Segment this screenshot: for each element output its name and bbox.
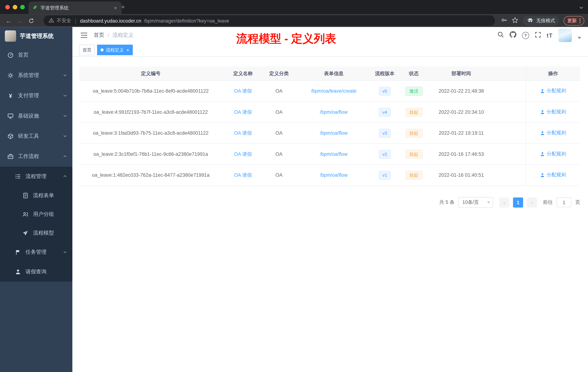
help-icon[interactable]: ?: [522, 32, 529, 39]
col-header-spacer: [491, 66, 526, 80]
browser-tab[interactable]: 芋道管理系统 ×: [29, 1, 122, 14]
sidebar-item-process-mgmt[interactable]: 流程管理: [0, 167, 72, 186]
workflow-submenu: 流程管理 流程表单 用户分组 流程模型 任务管理: [0, 167, 72, 282]
sidebar-item-home[interactable]: 首页: [0, 45, 72, 65]
cell-deploy-time: 2022-01-16 01:40:51: [431, 164, 491, 186]
form-link[interactable]: /bpm/oa/flow: [320, 172, 348, 178]
cell-actions: 分配规则: [526, 144, 580, 165]
goto-page-input[interactable]: [556, 197, 572, 207]
form-link[interactable]: /bpm/oa/flow: [320, 109, 348, 115]
cell-name: OA 请假: [222, 101, 264, 123]
sidebar-logo[interactable]: 芋道管理系统: [0, 27, 72, 45]
next-page-button[interactable]: ›: [527, 197, 537, 208]
cube-icon: [8, 133, 13, 139]
back-button[interactable]: ←: [4, 16, 14, 26]
definition-name-link[interactable]: OA 请假: [234, 172, 252, 178]
assign-rule-button[interactable]: 分配规则: [540, 109, 566, 115]
cell-form: /bpm/oa/flow: [294, 144, 373, 165]
cell-version: v3: [373, 122, 396, 144]
sidebar-item-leave-query[interactable]: 请假查询: [0, 262, 72, 282]
col-header-form: 表单信息: [294, 66, 373, 80]
avatar[interactable]: [558, 29, 572, 42]
bookmark-star-icon[interactable]: [512, 17, 518, 25]
password-key-icon[interactable]: [501, 17, 507, 25]
zoom-window-button[interactable]: [20, 5, 25, 10]
tab-close-icon[interactable]: ×: [113, 5, 118, 11]
cell-name: OA 请假: [222, 164, 264, 186]
github-icon[interactable]: [510, 31, 516, 39]
cell-actions: 分配规则: [526, 122, 580, 144]
browser-menu-kebab-icon[interactable]: [579, 18, 580, 23]
new-tab-button[interactable]: +: [118, 2, 128, 12]
fullscreen-icon[interactable]: [535, 31, 541, 39]
sidebar-item-label: 流程表单: [33, 192, 54, 199]
minimize-window-button[interactable]: [13, 5, 17, 10]
table-row: oa_leave:4:991f2193-7b7f-11ec-a3c8-acde4…: [79, 101, 580, 123]
prev-page-button[interactable]: ‹: [499, 197, 509, 208]
gear-icon: [8, 72, 13, 78]
address-bar[interactable]: 不安全 | dashboard.yudao.iocoder.cn/bpm/man…: [43, 15, 495, 26]
person-icon: [540, 131, 545, 135]
font-size-icon[interactable]: tT: [547, 32, 553, 38]
list-icon: [15, 174, 21, 179]
assign-rule-button[interactable]: 分配规则: [540, 151, 566, 157]
sidebar-item-label: 请假查询: [25, 268, 47, 275]
tag-close-icon[interactable]: ×: [126, 47, 129, 52]
sidebar-item-user-group[interactable]: 用户分组: [0, 205, 72, 224]
tag-home[interactable]: 首页: [79, 44, 95, 55]
reload-button[interactable]: [26, 16, 36, 26]
definition-name-link[interactable]: OA 请假: [234, 88, 252, 94]
assign-rule-button[interactable]: 分配规则: [540, 172, 566, 178]
version-badge: v5: [378, 87, 391, 96]
url-host[interactable]: dashboard.yudao.iocoder.cn: [80, 18, 141, 23]
cell-name: OA 请假: [222, 144, 264, 165]
assign-rule-button[interactable]: 分配规则: [540, 130, 566, 136]
definition-name-link[interactable]: OA 请假: [234, 130, 252, 136]
status-badge: 挂起: [405, 108, 422, 117]
security-label[interactable]: 不安全: [57, 17, 71, 24]
form-link[interactable]: /bpm/oa/flow: [320, 130, 348, 136]
app-navbar: 首页 / 流程定义 ? tT: [72, 27, 588, 44]
sidebar-fold-icon[interactable]: [75, 32, 93, 39]
sidebar-item-process-model[interactable]: 流程模型: [0, 224, 72, 242]
update-button[interactable]: 更新: [564, 16, 584, 25]
cell-id: oa_leave:4:991f2193-7b7f-11ec-a3c8-acde4…: [79, 101, 222, 123]
sidebar-item-label: 任务管理: [25, 249, 47, 255]
form-link[interactable]: /bpm/oa/flow: [320, 151, 348, 157]
breadcrumb-home[interactable]: 首页: [94, 32, 104, 39]
page-size-select[interactable]: 10条/页: [458, 197, 493, 208]
table-row: oa_leave:5:004b710b-7b8a-11ec-8ef0-acde4…: [79, 80, 580, 101]
url-path[interactable]: /bpm/manager/definition?key=oa_leave: [144, 18, 229, 23]
tab-search-caret-icon[interactable]: [579, 5, 584, 12]
sidebar-item-process-form[interactable]: 流程表单: [0, 186, 72, 205]
chevron-down-icon: [63, 249, 67, 255]
forward-button[interactable]: →: [15, 16, 25, 26]
users-icon: [22, 211, 29, 217]
tag-process-definition[interactable]: 流程定义 ×: [97, 44, 133, 55]
form-link[interactable]: /bpm/oa/leave/create: [311, 88, 356, 94]
sidebar-item-payment[interactable]: ¥ 支付管理: [0, 86, 72, 106]
search-icon[interactable]: [497, 31, 504, 39]
assign-rule-button[interactable]: 分配规则: [540, 88, 566, 94]
chevron-up-icon: [63, 153, 67, 160]
update-label: 更新: [567, 17, 577, 24]
sidebar-item-task-mgmt[interactable]: 任务管理: [0, 242, 72, 262]
definition-name-link[interactable]: OA 请假: [234, 109, 252, 115]
close-window-button[interactable]: [5, 5, 10, 10]
sidebar-item-devtools[interactable]: 研发工具: [0, 126, 72, 146]
page-number-button[interactable]: 1: [513, 197, 523, 208]
sidebar-item-infra[interactable]: 基础设施: [0, 106, 72, 126]
cell-status: 挂起: [396, 122, 431, 144]
status-badge: 挂起: [405, 150, 422, 159]
cell-id: oa_leave:5:004b710b-7b8a-11ec-8ef0-acde4…: [79, 80, 222, 101]
col-header-deploy-time: 部署时间: [431, 66, 491, 80]
security-warning-icon[interactable]: [49, 17, 54, 24]
sidebar-item-workflow[interactable]: 工作流程: [0, 146, 72, 166]
cell-deploy-time: 2022-01-22 19:19:11: [431, 122, 491, 144]
cell-category: OA: [264, 144, 294, 165]
sidebar-item-system[interactable]: 系统管理: [0, 65, 72, 86]
avatar-caret-icon[interactable]: [578, 37, 581, 39]
sidebar: 芋道管理系统 首页 系统管理 ¥ 支付管理 基础设施: [0, 27, 72, 372]
definition-name-link[interactable]: OA 请假: [234, 151, 252, 157]
sidebar-item-label: 支付管理: [18, 92, 39, 99]
